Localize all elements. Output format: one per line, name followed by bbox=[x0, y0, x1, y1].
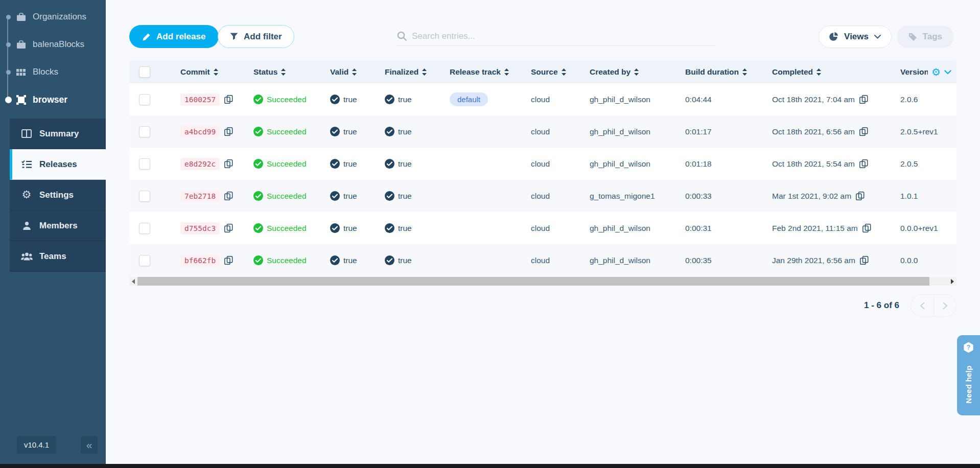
sort-icon[interactable] bbox=[742, 68, 747, 76]
sidebar-item-releases[interactable]: Releases bbox=[10, 149, 106, 180]
table-row[interactable]: d755dc3 Succeeded true true bbox=[129, 212, 956, 244]
version-cell: 0.0.0+rev1 bbox=[900, 224, 956, 233]
commit-hash[interactable]: 1600257 bbox=[180, 93, 220, 106]
add-filter-button[interactable]: Add filter bbox=[218, 25, 294, 48]
organization-icon bbox=[16, 40, 28, 49]
created-by-cell: gh_phil_d_wilson bbox=[590, 256, 685, 265]
copy-icon[interactable] bbox=[224, 192, 233, 200]
column-expand-chevron-icon[interactable] bbox=[944, 70, 951, 75]
horizontal-scrollbar[interactable] bbox=[129, 277, 956, 286]
row-checkbox[interactable] bbox=[139, 94, 150, 105]
column-settings-gear-icon[interactable]: ⚙ bbox=[931, 67, 941, 77]
sort-icon[interactable] bbox=[352, 68, 357, 76]
views-button[interactable]: Views bbox=[819, 26, 892, 48]
previous-page-button[interactable] bbox=[911, 294, 934, 317]
copy-icon[interactable] bbox=[224, 224, 233, 232]
copy-icon[interactable] bbox=[859, 95, 868, 104]
scrollbar-thumb[interactable] bbox=[137, 277, 929, 286]
sidebar-item-members[interactable]: Members bbox=[10, 210, 106, 241]
sidebar-item-teams[interactable]: Teams bbox=[10, 241, 106, 272]
search-bar[interactable] bbox=[397, 27, 715, 46]
scroll-right-arrow[interactable] bbox=[948, 277, 956, 286]
copy-icon[interactable] bbox=[224, 95, 233, 104]
table-row[interactable]: 7eb2718 Succeeded true true bbox=[129, 180, 956, 212]
created-by-cell: gh_phil_d_wilson bbox=[590, 127, 685, 136]
copy-icon[interactable] bbox=[859, 127, 868, 136]
sidebar-item-blocks[interactable]: Blocks bbox=[0, 58, 106, 86]
sidebar-item-organizations[interactable]: Organizations bbox=[0, 3, 106, 31]
copy-icon[interactable] bbox=[862, 224, 871, 232]
column-header-status[interactable]: Status bbox=[253, 67, 330, 77]
tags-button[interactable]: Tags bbox=[897, 26, 954, 48]
table-row[interactable]: e8d292c Succeeded true true bbox=[129, 148, 956, 180]
release-track-cell: default bbox=[450, 92, 531, 106]
status-cell: Succeeded bbox=[253, 95, 330, 104]
copy-icon[interactable] bbox=[860, 256, 869, 265]
search-input[interactable] bbox=[412, 31, 715, 41]
fleet-icon bbox=[16, 95, 28, 105]
select-all-checkbox[interactable] bbox=[139, 66, 150, 78]
sidebar-item-balenablocks[interactable]: balenaBlocks bbox=[0, 31, 106, 58]
commit-hash[interactable]: bf662fb bbox=[180, 254, 220, 267]
sidebar-collapse-button[interactable]: « bbox=[81, 436, 98, 454]
completed-cell: Oct 18th 2021, 5:54 am bbox=[772, 159, 900, 169]
next-page-button[interactable] bbox=[934, 294, 956, 317]
check-circle-icon bbox=[385, 191, 394, 201]
scroll-left-arrow[interactable] bbox=[129, 277, 137, 286]
sort-icon[interactable] bbox=[281, 68, 286, 76]
copy-icon[interactable] bbox=[224, 127, 233, 136]
sort-icon[interactable] bbox=[504, 68, 509, 76]
build-duration-cell: 0:00:31 bbox=[685, 224, 772, 233]
summary-icon bbox=[20, 129, 33, 138]
row-checkbox[interactable] bbox=[139, 255, 150, 266]
column-header-source[interactable]: Source bbox=[531, 67, 590, 77]
completed-text: Feb 2nd 2021, 11:15 am bbox=[772, 224, 858, 233]
row-checkbox[interactable] bbox=[139, 223, 150, 234]
column-header-build-duration[interactable]: Build duration bbox=[685, 67, 772, 77]
sort-icon[interactable] bbox=[214, 68, 218, 76]
column-header-release-track[interactable]: Release track bbox=[450, 67, 531, 77]
finalized-cell: true bbox=[385, 191, 450, 201]
completed-cell: Jan 29th 2021, 6:56 am bbox=[772, 256, 900, 265]
row-checkbox[interactable] bbox=[139, 126, 150, 137]
version-cell: 0.0.0 bbox=[900, 256, 956, 265]
table-row[interactable]: 1600257 Succeeded true true bbox=[129, 83, 956, 115]
copy-icon[interactable] bbox=[859, 159, 868, 168]
fleet-menu: Summary Releases ⚙ Settings Members Team… bbox=[10, 119, 106, 272]
copy-icon[interactable] bbox=[224, 159, 233, 168]
column-header-completed[interactable]: Completed bbox=[772, 67, 900, 77]
menu-item-label: Settings bbox=[39, 190, 74, 200]
finalized-cell: true bbox=[385, 127, 450, 136]
copy-icon[interactable] bbox=[224, 256, 233, 265]
sidebar-item-summary[interactable]: Summary bbox=[10, 119, 106, 149]
success-check-icon bbox=[253, 255, 263, 265]
table-row[interactable]: bf662fb Succeeded true true bbox=[129, 244, 956, 276]
column-header-valid[interactable]: Valid bbox=[330, 67, 385, 77]
sidebar-item-settings[interactable]: ⚙ Settings bbox=[10, 180, 106, 210]
commit-hash[interactable]: d755dc3 bbox=[180, 222, 220, 235]
commit-hash[interactable]: e8d292c bbox=[180, 158, 220, 170]
sort-icon[interactable] bbox=[634, 68, 639, 76]
sidebar-item-browser[interactable]: browser bbox=[0, 86, 106, 113]
commit-hash[interactable]: 7eb2718 bbox=[180, 190, 220, 202]
table-row[interactable]: a4bcd99 Succeeded true true bbox=[129, 115, 956, 148]
row-checkbox[interactable] bbox=[139, 191, 150, 202]
sort-icon[interactable] bbox=[562, 68, 566, 76]
need-help-tab[interactable]: ? Need help bbox=[957, 335, 980, 415]
column-header-finalized[interactable]: Finalized bbox=[385, 67, 450, 77]
row-checkbox[interactable] bbox=[139, 158, 150, 170]
commit-cell: 1600257 bbox=[180, 93, 253, 106]
add-release-button[interactable]: Add release bbox=[129, 25, 219, 48]
sidebar-item-label: Organizations bbox=[33, 12, 86, 22]
column-header-version[interactable]: Version ⚙ bbox=[900, 67, 956, 77]
finalized-text: true bbox=[398, 224, 412, 233]
copy-icon[interactable] bbox=[856, 192, 865, 200]
tree-node-dot bbox=[5, 42, 12, 47]
version-cell: 2.0.5+rev1 bbox=[900, 127, 956, 136]
pagination-range-label: 1 - 6 of 6 bbox=[864, 300, 899, 311]
commit-hash[interactable]: a4bcd99 bbox=[180, 126, 220, 138]
column-header-created-by[interactable]: Created by bbox=[590, 67, 685, 77]
sort-icon[interactable] bbox=[816, 68, 821, 76]
column-header-commit[interactable]: Commit bbox=[180, 67, 253, 77]
sort-icon[interactable] bbox=[422, 68, 427, 76]
